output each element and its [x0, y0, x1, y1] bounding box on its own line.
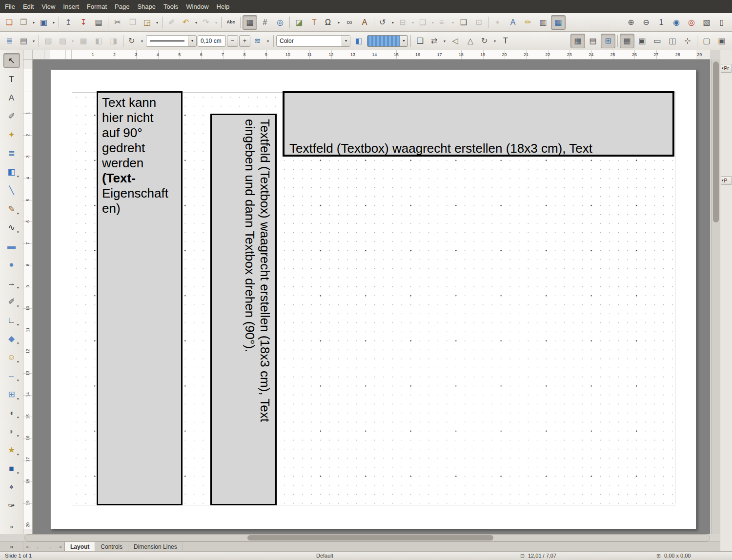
- helplines-moving-button[interactable]: ⊞: [601, 34, 615, 48]
- flip-horizontal-button[interactable]: ◁: [448, 34, 463, 48]
- horizontal-ruler[interactable]: 1234567891011121314151617181920212223242…: [33, 50, 710, 60]
- basic-shapes-tool[interactable]: ◆: [3, 331, 20, 346]
- menu-shape[interactable]: Shape: [133, 0, 160, 13]
- flip-vertical-button[interactable]: △: [463, 34, 478, 48]
- curve-tool[interactable]: ∿: [3, 220, 20, 235]
- rotate-button[interactable]: ↻: [478, 34, 498, 48]
- transformations-menu-button[interactable]: ↻: [125, 34, 145, 48]
- snap-to-border-button[interactable]: ◫: [665, 34, 680, 48]
- menu-window[interactable]: Window: [182, 0, 212, 13]
- menu-help[interactable]: Help: [213, 0, 234, 13]
- undo-button[interactable]: ↶: [180, 15, 199, 30]
- cut-button[interactable]: ✂: [110, 15, 125, 30]
- vertical-text-tool[interactable]: A: [3, 90, 20, 105]
- snap-to-guides-button[interactable]: ▣: [635, 34, 650, 48]
- tabbar-overflow-button[interactable]: »: [0, 542, 23, 551]
- textbox-not-rotatable[interactable]: Text kannhier nichtauf 90°gedrehtwerden(…: [97, 91, 183, 505]
- menu-file[interactable]: File: [1, 0, 19, 13]
- 3d-objects-tool[interactable]: ■: [3, 461, 20, 476]
- fill-color-tool[interactable]: ◧: [3, 164, 20, 179]
- canvas-area[interactable]: Text kannhier nichtauf 90°gedrehtwerden(…: [33, 60, 710, 534]
- menu-insert[interactable]: Insert: [59, 0, 83, 13]
- zoom-100-button[interactable]: 1: [654, 15, 669, 30]
- paragraph-button[interactable]: ≣: [2, 34, 17, 48]
- fill-color-icon-button[interactable]: ◧: [351, 34, 366, 48]
- area-style-select[interactable]: Color: [276, 35, 350, 47]
- curve-pen-tool[interactable]: ✐: [3, 109, 20, 123]
- paste-button[interactable]: ◲: [141, 15, 160, 30]
- object-zoom-button[interactable]: ▯: [714, 15, 729, 30]
- line-width-decrease-button[interactable]: −: [227, 35, 238, 47]
- snap-to-margins-button[interactable]: ▭: [650, 34, 665, 48]
- line-width-input[interactable]: 0,10 cm: [198, 35, 226, 47]
- sidebar-deck[interactable]: P: [721, 176, 732, 185]
- display-grid-button[interactable]: ▦: [243, 15, 257, 30]
- select-tool[interactable]: ↖: [3, 53, 20, 68]
- menu-format[interactable]: Format: [83, 0, 111, 13]
- layer-tab-controls[interactable]: Controls: [95, 542, 128, 551]
- text-attributes-button[interactable]: T: [498, 34, 513, 48]
- print-button[interactable]: ▤: [91, 15, 106, 30]
- vertical-scrollbar-thumb[interactable]: [713, 61, 719, 222]
- zoom-page-button[interactable]: ▧: [699, 15, 714, 30]
- line-style-select[interactable]: [146, 35, 197, 47]
- arrow-style-button[interactable]: ⇄: [428, 34, 447, 48]
- spacing-tool[interactable]: ≣: [3, 146, 20, 160]
- points-tool[interactable]: ⌖: [3, 480, 20, 494]
- lines-arrows-tool[interactable]: →: [3, 276, 20, 290]
- insert-textbox-button[interactable]: T: [307, 15, 322, 30]
- ellipse-tool[interactable]: ●: [3, 257, 20, 272]
- chevron-down-icon[interactable]: [342, 36, 350, 46]
- fontwork-button[interactable]: A: [506, 15, 520, 30]
- symbol-shapes-tool[interactable]: ☺: [3, 350, 20, 364]
- line-width-increase-button[interactable]: +: [239, 35, 250, 47]
- line-color-button[interactable]: ≋: [251, 34, 271, 48]
- white-page-view-button[interactable]: ▢: [699, 34, 714, 48]
- fill-color-select[interactable]: [367, 35, 408, 47]
- horizontal-scrollbar-thumb[interactable]: [247, 535, 493, 540]
- styles-button[interactable]: ▤: [17, 34, 37, 48]
- freeform-line-tool[interactable]: ✎: [3, 201, 20, 216]
- text-box-tool[interactable]: T: [3, 72, 20, 86]
- snap-lines-visible-button[interactable]: ▤: [586, 34, 600, 48]
- shadow-toggle-button[interactable]: ❑: [413, 34, 427, 48]
- polygon-tool[interactable]: ✐: [3, 294, 20, 309]
- insert-image-button[interactable]: ◪: [292, 15, 306, 30]
- zoom-next-button[interactable]: ◎: [684, 15, 699, 30]
- grid-visible-button[interactable]: ▦: [570, 34, 585, 48]
- textbox-horizontal[interactable]: Textfeld (Textbox) waagrecht erstellen (…: [283, 91, 674, 157]
- zoom-previous-button[interactable]: ◉: [669, 15, 684, 30]
- special-character-button[interactable]: Ω: [322, 15, 342, 30]
- gallery-wand-tool[interactable]: ✦: [3, 127, 20, 142]
- snap-to-points-button[interactable]: ⊹: [680, 34, 695, 48]
- export-pdf-button[interactable]: ↧: [76, 15, 91, 30]
- snap-to-grid-button[interactable]: ▦: [620, 34, 634, 48]
- menu-view[interactable]: View: [38, 0, 59, 13]
- horizontal-scrollbar[interactable]: [24, 534, 710, 541]
- hyperlink-button[interactable]: ∞: [342, 15, 357, 30]
- new-button[interactable]: ❏: [2, 15, 17, 30]
- frame-button[interactable]: A: [357, 15, 372, 30]
- open-button[interactable]: ❒: [17, 15, 37, 30]
- export-button[interactable]: ↥: [61, 15, 76, 30]
- filled-page-view-button[interactable]: ▣: [714, 34, 729, 48]
- zoom-out-button[interactable]: ⊖: [639, 15, 653, 30]
- page-style-label[interactable]: Default: [316, 552, 333, 560]
- textbox-rotated-90[interactable]: Textfeld (Textbox) waagrecht erstellen (…: [210, 114, 277, 505]
- slide-page[interactable]: Text kannhier nichtauf 90°gedrehtwerden(…: [50, 69, 696, 529]
- callout-shapes-tool[interactable]: ◖: [3, 405, 20, 420]
- menu-edit[interactable]: Edit: [19, 0, 38, 13]
- snap-guides-button[interactable]: #: [258, 15, 272, 30]
- callouts-tool[interactable]: ◗: [3, 424, 20, 439]
- vertical-ruler[interactable]: 1234567891011121314151617181920: [23, 60, 33, 534]
- show-snap-functions-button[interactable]: ▦: [551, 15, 566, 30]
- shadow-button[interactable]: ❑: [456, 15, 471, 30]
- insert-chart-button[interactable]: ▥: [536, 15, 550, 30]
- rectangle-tool[interactable]: ▬: [3, 239, 20, 253]
- zoom-in-button[interactable]: ⊕: [624, 15, 638, 30]
- stars-banners-tool[interactable]: ★: [3, 442, 20, 457]
- zoom-button[interactable]: ◎: [273, 15, 287, 30]
- save-button[interactable]: ▣: [37, 15, 57, 30]
- block-arrows-tool[interactable]: ⇔: [3, 368, 20, 383]
- gluepoints-tool[interactable]: ✑: [3, 498, 20, 513]
